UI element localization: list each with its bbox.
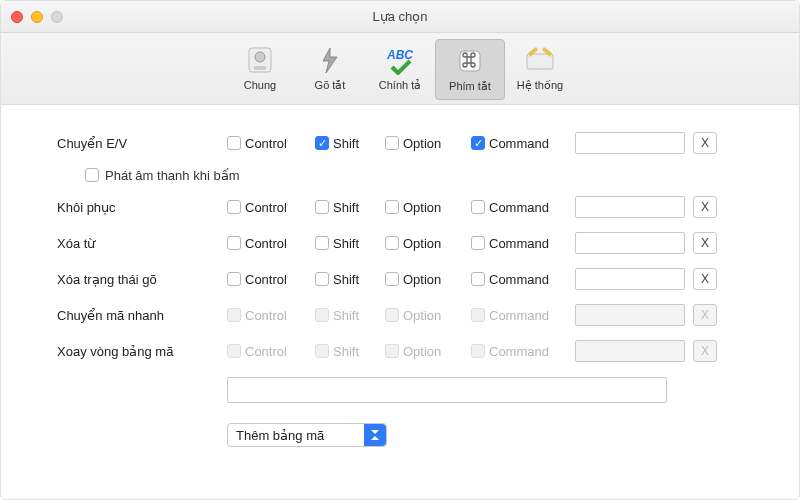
window-controls [11,11,63,23]
checkbox-icon [315,200,329,214]
svg-point-1 [255,52,265,62]
checkbox-icon [315,344,329,358]
clear-button[interactable]: X [693,232,717,254]
key-input [575,340,685,362]
svg-rect-2 [254,66,266,70]
modifier-shift[interactable]: Shift [315,200,371,215]
modifier-command[interactable]: ✓ Command [471,136,565,151]
modifiers: Control Shift Option Command [227,308,565,323]
modifiers: Control Shift Option Command [227,272,565,287]
tab-label: Gõ tắt [297,79,363,92]
shortcuts-pane: Chuyển E/V Control ✓ Shift Option ✓ Comm… [1,105,799,457]
modifiers: Control ✓ Shift Option ✓ Command [227,136,565,151]
shortcut-label: Khôi phục [57,200,227,215]
modifier-control[interactable]: Control [227,200,301,215]
modifier-control: Control [227,308,301,323]
checkbox-icon [471,272,485,286]
close-icon[interactable] [11,11,23,23]
checkbox-icon [471,344,485,358]
modifier-control[interactable]: Control [227,236,301,251]
tab-label: Phím tắt [438,80,502,93]
svg-rect-6 [527,54,553,69]
window-title: Lựa chọn [1,9,799,24]
modifier-option[interactable]: Option [385,200,457,215]
shortcut-row-cycle-encoding: Xoay vòng bảng mã Control Shift Option C… [57,333,759,369]
clear-button[interactable]: X [693,268,717,290]
shortcut-label: Xoay vòng bảng mã [57,344,227,359]
modifier-control: Control [227,344,301,359]
titlebar: Lựa chọn [1,1,799,33]
checkbox-icon [315,272,329,286]
gear-switch-icon [227,43,293,77]
key-input[interactable] [575,232,685,254]
key-input [575,304,685,326]
modifier-command[interactable]: Command [471,272,565,287]
modifier-command[interactable]: Command [471,236,565,251]
minimize-icon[interactable] [31,11,43,23]
tab-general[interactable]: Chung [225,39,295,97]
checkbox-icon [227,344,241,358]
modifier-option: Option [385,344,457,359]
checkbox-icon [315,308,329,322]
modifier-option[interactable]: Option [385,236,457,251]
key-input[interactable] [575,268,685,290]
clear-button: X [693,304,717,326]
shortcut-label: Xóa từ [57,236,227,251]
chevron-down-icon [364,424,386,446]
clear-button[interactable]: X [693,196,717,218]
checkbox-icon: ✓ [315,136,329,150]
checkbox-icon [227,272,241,286]
checkbox-icon [315,236,329,250]
svg-text:ABC: ABC [386,48,413,62]
modifier-shift[interactable]: Shift [315,236,371,251]
sound-label[interactable]: Phát âm thanh khi bấm [105,168,239,183]
modifier-control[interactable]: Control [227,136,301,151]
checkbox-icon[interactable] [85,168,99,182]
tab-label: Chính tả [367,79,433,92]
svg-marker-3 [323,48,337,73]
key-input[interactable] [575,132,685,154]
checkbox-icon [385,200,399,214]
modifier-option[interactable]: Option [385,272,457,287]
tab-label: Hệ thống [507,79,573,92]
tab-macros[interactable]: Gõ tắt [295,39,365,98]
preferences-window: Lựa chọn Chung Gõ tắt [0,0,800,500]
tab-system[interactable]: Hệ thống [505,39,575,98]
modifier-control[interactable]: Control [227,272,301,287]
tab-shortcuts[interactable]: Phím tắt [435,39,505,100]
checkbox-icon [227,136,241,150]
checkbox-icon [385,272,399,286]
shortcut-row-toggle-ev: Chuyển E/V Control ✓ Shift Option ✓ Comm… [57,125,759,161]
shortcut-label: Xóa trạng thái gõ [57,272,227,287]
modifier-command[interactable]: Command [471,200,565,215]
shortcut-label: Chuyển mã nhanh [57,308,227,323]
toolbar: Chung Gõ tắt ABC Chính tả [1,33,799,105]
add-encoding-dropdown[interactable]: Thêm bảng mã [227,423,387,447]
tab-spelling[interactable]: ABC Chính tả [365,39,435,98]
lightning-icon [297,43,363,77]
modifier-command: Command [471,308,565,323]
system-tools-icon [507,43,573,77]
svg-marker-9 [371,430,379,434]
modifier-shift[interactable]: Shift [315,272,371,287]
dropdown-selected: Thêm bảng mã [228,428,364,443]
clear-button[interactable]: X [693,132,717,154]
sound-on-press-row: Phát âm thanh khi bấm [57,161,759,189]
modifier-shift[interactable]: ✓ Shift [315,136,371,151]
checkbox-icon [227,308,241,322]
shortcut-label: Chuyển E/V [57,136,227,151]
modifiers: Control Shift Option Command [227,344,565,359]
shortcut-row-restore: Khôi phục Control Shift Option Command X [57,189,759,225]
key-input[interactable] [575,196,685,218]
shortcut-row-delete-word: Xóa từ Control Shift Option Command X [57,225,759,261]
modifier-shift: Shift [315,344,371,359]
checkbox-icon [227,236,241,250]
modifier-option[interactable]: Option [385,136,457,151]
checkbox-icon [227,200,241,214]
modifiers: Control Shift Option Command [227,236,565,251]
checkbox-icon: ✓ [471,136,485,150]
modifier-shift: Shift [315,308,371,323]
checkbox-icon [385,308,399,322]
svg-marker-10 [371,436,379,440]
encoding-list-input[interactable] [227,377,667,403]
